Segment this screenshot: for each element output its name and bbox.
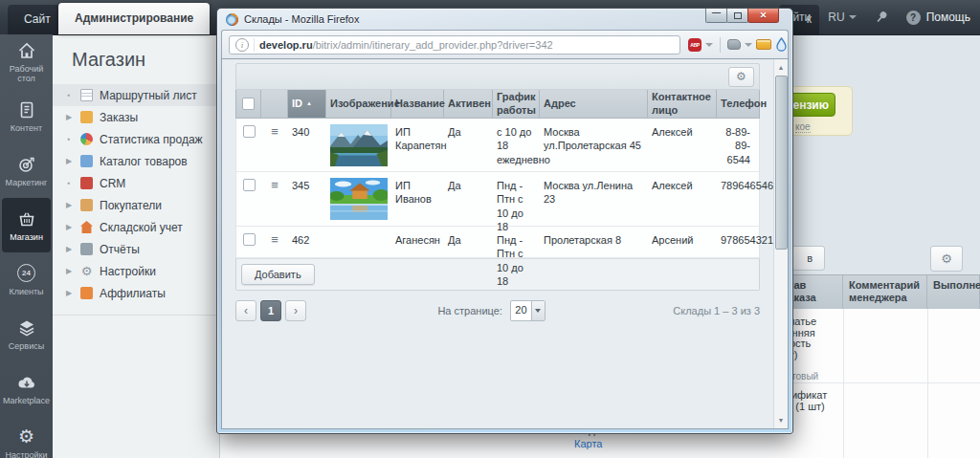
expand-arrow-icon[interactable]: ▶ <box>64 157 74 165</box>
bullet-icon: ▪ <box>64 91 74 99</box>
warehouse-image-mountain-lake[interactable] <box>330 124 388 166</box>
column-header-id[interactable]: ID▲ <box>288 90 326 118</box>
current-page-button[interactable]: 1 <box>260 300 281 321</box>
column-header-name[interactable]: Название <box>391 90 444 118</box>
rail-item-клиенты[interactable]: 24Клиенты <box>0 252 53 307</box>
row-actions-menu-icon[interactable]: ≡ <box>271 126 278 137</box>
card-addon-icon[interactable] <box>756 39 771 50</box>
sidebar-item-аффилиаты[interactable]: ▶Аффилиаты <box>53 282 219 304</box>
column-header-addr[interactable]: Адрес <box>540 90 648 118</box>
expand-arrow-icon[interactable]: ▶ <box>64 201 74 209</box>
sidebar-item-crm[interactable]: ▪CRM <box>53 172 219 194</box>
minimize-button[interactable]: — <box>705 9 727 23</box>
maximize-button[interactable] <box>726 9 748 23</box>
scrollbar-thumb[interactable] <box>775 76 788 250</box>
site-info-icon[interactable]: i <box>235 38 249 52</box>
url-text: develop.ru/bitrix/admin/itinerary_add_pr… <box>259 39 553 51</box>
column-header-sch[interactable]: График работы <box>493 90 540 118</box>
column-header-act[interactable]: Активен <box>444 90 493 118</box>
scroll-down-arrow[interactable]: ▼ <box>774 413 788 427</box>
language-selector[interactable]: RU <box>828 11 856 24</box>
grid-settings-button[interactable]: ⚙ <box>728 67 754 87</box>
sidebar-item-складской-учет[interactable]: ▶Складской учет <box>53 216 219 238</box>
row-select-cell <box>236 172 261 226</box>
row-select-cell <box>236 119 261 171</box>
add-button[interactable]: Добавить <box>241 264 315 285</box>
warehouse-row-340[interactable]: ≡340ИП КарапетянДас 10 до 18 ежедневноМо… <box>235 119 760 172</box>
expand-arrow-icon[interactable]: ▶ <box>64 289 74 297</box>
rail-item-контент[interactable]: Контент <box>0 89 53 143</box>
rail-item-marketplace[interactable]: Marketplace <box>0 361 53 416</box>
select-all-checkbox[interactable] <box>242 98 255 110</box>
sidebar-item-label: CRM <box>100 177 125 190</box>
help-label: Помощь <box>926 11 970 24</box>
rail-item-label: Контент <box>11 123 42 133</box>
rail-item-сервисы[interactable]: Сервисы <box>0 307 53 361</box>
cell-schedule: Пнд - Птн с 10 до 18 <box>493 227 540 257</box>
bullet-icon: ▪ <box>64 179 74 187</box>
url-bar[interactable]: i develop.ru/bitrix/admin/itinerary_add_… <box>229 35 680 55</box>
column-header-img[interactable]: Изображение <box>326 90 391 118</box>
warehouse-row-462[interactable]: ≡462АганесянДаПнд - Птн с 10 до 18Пролет… <box>235 227 760 258</box>
page-size-select[interactable]: 20 <box>510 300 546 321</box>
help-menu[interactable]: ? Помощь <box>906 11 970 25</box>
warehouses-page: ⚙ ID▲ИзображениеНазваниеАктивенГрафик ра… <box>235 63 760 322</box>
pin-icon[interactable] <box>874 10 889 25</box>
next-page-button[interactable]: › <box>285 300 306 321</box>
column-header-cont[interactable]: Контактное лицо <box>648 90 717 118</box>
sidebar-item-маршрутный-лист[interactable]: ▪Маршрутный лист <box>53 84 219 106</box>
sidebar-item-label: Каталог товаров <box>100 155 188 168</box>
firefox-popup-window: Склады - Mozilla Firefox — ✕ i develop.r… <box>216 8 793 434</box>
cloud-download-icon <box>16 372 37 393</box>
sales-stats-pie-icon <box>80 133 93 145</box>
sidebar-menu: ▪Маршрутный лист▶Заказы▪Статистика прода… <box>53 84 219 304</box>
row-checkbox[interactable] <box>243 125 256 138</box>
warehouse-row-345[interactable]: ≡345ИП ИвановДаПнд - Птн с 10 до 18Москв… <box>235 172 760 227</box>
addon-dropdown-icon[interactable] <box>745 43 752 47</box>
expand-arrow-icon[interactable]: ▶ <box>64 267 74 275</box>
sidebar-item-статистика-продаж[interactable]: ▪Статистика продаж <box>53 128 219 150</box>
row-actions-menu-icon[interactable]: ≡ <box>271 180 278 190</box>
browser-navbar: i develop.ru/bitrix/admin/itinerary_add_… <box>221 30 789 58</box>
customers-icon <box>80 199 93 211</box>
window-scrollbar[interactable]: ▲ ▼ <box>773 59 788 428</box>
adblock-dropdown-icon[interactable] <box>705 43 713 47</box>
expand-arrow-icon[interactable]: ▶ <box>64 113 74 121</box>
warehouse-image-house-lake[interactable] <box>330 178 388 220</box>
background-grid-settings-button[interactable]: ⚙ <box>930 246 963 272</box>
column-header-phone[interactable]: Телефон <box>717 90 770 118</box>
reports-icon <box>80 243 93 255</box>
cell-active: Да <box>444 172 493 226</box>
select-dropdown-button[interactable] <box>531 301 545 320</box>
sidebar-item-покупатели[interactable]: ▶Покупатели <box>53 194 219 216</box>
expand-arrow-icon[interactable]: ▶ <box>64 245 74 253</box>
cell-id: 340 <box>288 119 326 171</box>
rail-item-маркетинг[interactable]: Маркетинг <box>0 143 53 198</box>
row-checkbox[interactable] <box>243 179 256 191</box>
row-menu-cell: ≡ <box>261 227 288 257</box>
records-counter: Склады 1 – 3 из 3 <box>673 305 760 316</box>
addon-icon[interactable] <box>727 39 741 50</box>
bullet-icon: ▪ <box>64 135 74 143</box>
rail-item-рабочий-стол[interactable]: Рабочий стол <box>0 34 53 89</box>
close-button[interactable]: ✕ <box>747 9 779 23</box>
prev-page-button[interactable]: ‹ <box>235 300 256 321</box>
scroll-up-arrow[interactable]: ▲ <box>774 60 788 75</box>
drop-addon-icon[interactable] <box>775 37 788 52</box>
rail-item-магазин[interactable]: Магазин <box>2 198 51 252</box>
tab-administration[interactable]: Администрирование <box>58 3 210 34</box>
sidebar-item-каталог-товаров[interactable]: ▶Каталог товаров <box>53 150 219 172</box>
license-link[interactable]: кое <box>795 121 811 133</box>
map-link[interactable]: Карта <box>574 438 602 449</box>
row-checkbox[interactable] <box>243 233 256 246</box>
row-actions-menu-icon[interactable]: ≡ <box>271 234 278 245</box>
sidebar-item-заказы[interactable]: ▶Заказы <box>53 106 219 128</box>
sidebar-item-label: Отчёты <box>100 243 140 256</box>
adblock-icon[interactable]: ABP <box>688 38 702 52</box>
sidebar-item-отчёты[interactable]: ▶Отчёты <box>53 238 219 260</box>
rail-item-настройки[interactable]: ⚙Настройки <box>0 416 53 458</box>
expand-arrow-icon[interactable]: ▶ <box>64 223 74 231</box>
row-menu-cell: ≡ <box>261 172 288 226</box>
sidebar-item-настройки[interactable]: ▶⚙Настройки <box>53 260 219 282</box>
url-host: develop.ru <box>259 39 313 51</box>
